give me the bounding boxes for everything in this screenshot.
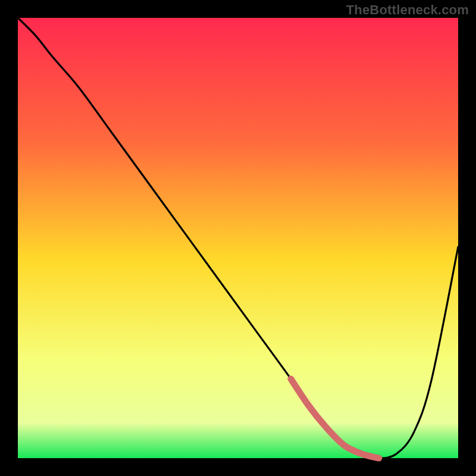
- bottleneck-chart: [0, 0, 476, 476]
- plot-background: [18, 18, 458, 458]
- chart-frame: { "watermark": "TheBottleneck.com", "col…: [0, 0, 476, 476]
